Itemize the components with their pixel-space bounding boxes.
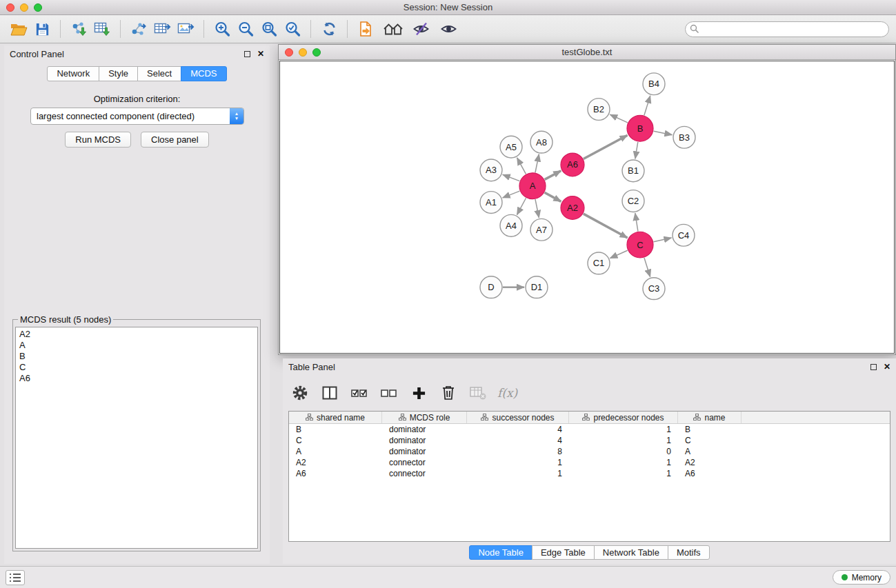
show-all-button[interactable] (437, 18, 460, 40)
zoom-out-button[interactable] (234, 18, 257, 40)
mcds-result-list[interactable]: A2ABCA6 (15, 327, 258, 549)
table-settings-button[interactable] (290, 383, 310, 403)
home-button[interactable] (381, 18, 405, 40)
network-graph[interactable]: B4B2BB3A5A8A6A3B1AC2A1A2A4A7C4CC1C3DD1 (280, 61, 894, 353)
column-header-name[interactable]: name (678, 412, 741, 423)
save-session-button[interactable] (30, 18, 54, 40)
tab-mcds[interactable]: MCDS (181, 66, 226, 81)
memory-button[interactable]: Memory (833, 570, 890, 585)
add-column-button[interactable] (408, 383, 429, 403)
edge-B-B3[interactable] (654, 131, 673, 134)
edge-B-B2[interactable] (610, 114, 628, 123)
network-window-titlebar[interactable]: testGlobe.txt (279, 45, 895, 60)
run-mcds-button[interactable]: Run MCDS (65, 132, 131, 148)
edge-A-A8[interactable] (535, 154, 539, 173)
node-A3[interactable]: A3 (480, 159, 502, 181)
node-B[interactable]: B (627, 115, 653, 141)
node-A[interactable]: A (519, 173, 546, 199)
tab-network-table[interactable]: Network Table (594, 545, 668, 560)
export-image-button[interactable] (174, 18, 197, 40)
node-B2[interactable]: B2 (588, 99, 610, 121)
edge-B-B1[interactable] (635, 142, 638, 159)
mcds-result-item[interactable]: C (18, 362, 255, 373)
node-A8[interactable]: A8 (530, 131, 552, 153)
edge-A-A7[interactable] (535, 199, 539, 218)
zoom-network-window-button[interactable] (312, 48, 321, 57)
export-network-button[interactable] (127, 18, 150, 40)
refresh-button[interactable] (317, 18, 341, 40)
table-row[interactable]: A6connector11A6 (289, 468, 890, 479)
delete-column-button[interactable] (438, 383, 459, 403)
float-table-panel-icon[interactable] (870, 364, 877, 370)
edge-A2-C[interactable] (584, 214, 628, 238)
task-history-button[interactable] (6, 570, 25, 585)
node-A7[interactable]: A7 (530, 219, 552, 241)
node-D1[interactable]: D1 (526, 276, 548, 298)
node-B4[interactable]: B4 (643, 73, 665, 95)
criterion-dropdown[interactable]: largest connected component (directed) ▲… (30, 108, 244, 125)
node-C[interactable]: C (627, 232, 653, 258)
export-table-button[interactable] (150, 18, 174, 40)
minimize-window-button[interactable] (20, 3, 28, 12)
import-network-button[interactable] (67, 18, 90, 40)
close-panel-button[interactable]: Close panel (141, 132, 209, 148)
tab-style[interactable]: Style (99, 66, 138, 81)
first-neighbors-button[interactable] (354, 18, 377, 40)
mcds-result-item[interactable]: A2 (18, 329, 255, 340)
mcds-result-item[interactable]: B (18, 351, 255, 362)
column-header-shared-name[interactable]: shared name (289, 412, 382, 423)
column-header-successor-nodes[interactable]: successor nodes (467, 412, 569, 423)
edge-A-A4[interactable] (517, 198, 526, 214)
network-canvas[interactable]: B4B2BB3A5A8A6A3B1AC2A1A2A4A7C4CC1C3DD1 (279, 61, 895, 354)
tab-edge-table[interactable]: Edge Table (532, 545, 595, 560)
import-table-button[interactable] (90, 18, 114, 40)
search-input[interactable] (685, 21, 889, 37)
window-titlebar[interactable]: Session: New Session (0, 0, 896, 15)
close-window-button[interactable] (6, 3, 14, 12)
mcds-result-item[interactable]: A6 (18, 373, 255, 384)
edge-B-B4[interactable] (644, 96, 650, 115)
edge-C-C1[interactable] (610, 250, 627, 258)
node-D[interactable]: D (480, 276, 502, 298)
mcds-result-item[interactable]: A (18, 340, 255, 351)
close-network-window-button[interactable] (285, 48, 293, 57)
close-panel-icon[interactable]: ✕ (257, 51, 264, 57)
zoom-in-button[interactable] (210, 18, 234, 40)
deselect-all-button[interactable] (379, 383, 399, 403)
node-C4[interactable]: C4 (673, 224, 695, 246)
node-A6[interactable]: A6 (561, 153, 584, 176)
edge-A-A3[interactable] (503, 174, 520, 181)
edge-A-A2[interactable] (545, 192, 561, 201)
select-all-button[interactable] (349, 383, 370, 403)
delete-table-button[interactable] (468, 383, 488, 403)
open-file-button[interactable] (7, 18, 30, 40)
tab-node-table[interactable]: Node Table (469, 545, 532, 560)
float-panel-icon[interactable] (244, 51, 250, 57)
edge-C-C4[interactable] (654, 238, 672, 242)
zoom-fit-button[interactable] (257, 18, 281, 40)
zoom-window-button[interactable] (34, 3, 42, 12)
tab-network[interactable]: Network (47, 66, 99, 81)
table-row[interactable]: Cdominator41C (289, 435, 890, 446)
minimize-network-window-button[interactable] (299, 48, 307, 57)
hide-selected-button[interactable] (409, 18, 432, 40)
tab-select[interactable]: Select (137, 66, 181, 81)
function-builder-button[interactable]: f(x) (497, 383, 517, 403)
node-A2[interactable]: A2 (561, 196, 584, 220)
column-header-predecessor-nodes[interactable]: predecessor nodes (569, 412, 678, 423)
edge-A-A1[interactable] (503, 191, 520, 198)
node-A4[interactable]: A4 (500, 214, 522, 236)
table-row[interactable]: A2connector11A2 (289, 457, 890, 468)
edge-C-C3[interactable] (644, 258, 650, 277)
node-C3[interactable]: C3 (643, 278, 665, 300)
close-table-panel-icon[interactable]: ✕ (884, 364, 890, 370)
edge-A6-B[interactable] (584, 135, 628, 159)
node-B1[interactable]: B1 (622, 160, 644, 182)
node-B3[interactable]: B3 (673, 126, 695, 148)
node-A5[interactable]: A5 (500, 136, 522, 158)
edge-A-A5[interactable] (517, 158, 526, 174)
node-C1[interactable]: C1 (588, 252, 610, 274)
show-columns-button[interactable] (319, 383, 340, 403)
node-A1[interactable]: A1 (480, 192, 502, 214)
edge-C-C2[interactable] (635, 213, 638, 231)
